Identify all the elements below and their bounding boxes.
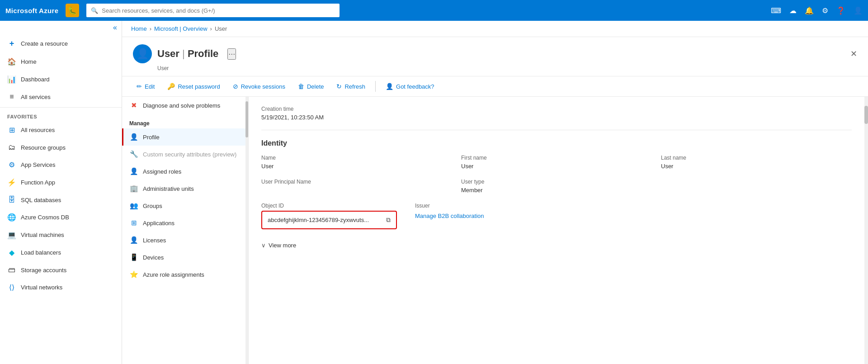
sidebar-label-all-services: All services <box>21 94 51 100</box>
sub-item-azure-role-assignments[interactable]: ⭐ Azure role assignments <box>122 266 248 283</box>
sidebar-label-home: Home <box>21 58 37 65</box>
sidebar-item-resource-groups[interactable]: 🗂 Resource groups <box>0 139 122 156</box>
breadcrumb-home[interactable]: Home <box>131 25 147 32</box>
search-bar[interactable]: 🔍 <box>86 4 340 17</box>
help-icon[interactable]: ❓ <box>836 6 845 15</box>
sub-panel-scrollbar[interactable] <box>245 97 248 364</box>
bug-icon-box: 🐛 <box>66 4 79 17</box>
user-type-label: User type <box>461 179 652 185</box>
plus-icon: + <box>7 39 16 48</box>
edit-label: Edit <box>145 83 155 90</box>
scrollbar-thumb-right <box>864 106 868 124</box>
sidebar-label-function-app: Function App <box>21 179 55 186</box>
sidebar-label-create-resource: Create a resource <box>21 40 68 47</box>
dashboard-icon: 📊 <box>7 75 16 84</box>
sidebar-item-virtual-machines[interactable]: 💻 Virtual machines <box>0 226 122 244</box>
sidebar-item-cosmos-db[interactable]: 🌐 Azure Cosmos DB <box>0 208 122 226</box>
sidebar-item-create-resource[interactable]: + Create a resource <box>0 34 122 53</box>
copy-object-id-button[interactable]: ⧉ <box>386 216 391 224</box>
azure-role-icon: ⭐ <box>129 270 138 279</box>
feedback-label: Got feedback? <box>396 83 434 90</box>
page-title: User | Profile <box>157 48 218 59</box>
refresh-button[interactable]: ↻ Refresh <box>331 80 371 93</box>
feedback-button[interactable]: 👤 Got feedback? <box>380 80 440 93</box>
view-more-label: View more <box>269 242 296 249</box>
sidebar-item-storage-accounts[interactable]: 🗃 Storage accounts <box>0 261 122 279</box>
sub-item-licenses[interactable]: 👤 Licenses <box>122 232 248 249</box>
sidebar-item-function-app[interactable]: ⚡ Function App <box>0 174 122 191</box>
sub-item-administrative-units[interactable]: 🏢 Administrative units <box>122 180 248 197</box>
breadcrumb-user: User <box>215 25 227 32</box>
sidebar-item-load-balancers[interactable]: ◆ Load balancers <box>0 244 122 261</box>
last-name-value: User <box>661 163 852 170</box>
revoke-label: Revoke sessions <box>241 83 285 90</box>
last-name-field: Last name User <box>661 155 852 170</box>
sub-item-devices[interactable]: 📱 Devices <box>122 249 248 266</box>
storage-icon: 🗃 <box>7 266 16 274</box>
detail-panel: Creation time 5/19/2021, 10:23:50 AM Ide… <box>249 97 864 364</box>
close-button[interactable]: ✕ <box>850 49 857 59</box>
scrollbar-thumb <box>245 101 248 137</box>
revoke-icon: ⊘ <box>233 83 238 90</box>
sub-item-groups[interactable]: 👥 Groups <box>122 197 248 214</box>
sub-item-applications[interactable]: ⊞ Applications <box>122 214 248 232</box>
terminal-icon[interactable]: ⌨ <box>771 6 781 15</box>
sidebar-label-cosmos-db: Azure Cosmos DB <box>21 214 69 221</box>
sidebar-item-all-services[interactable]: ≡ All services <box>0 88 122 105</box>
breadcrumb-overview[interactable]: Microsoft | Overview <box>154 25 208 32</box>
sub-item-profile[interactable]: 👤 Profile <box>122 128 248 146</box>
sidebar-item-virtual-networks[interactable]: ⟨⟩ Virtual networks <box>0 279 122 296</box>
sidebar-label-resource-groups: Resource groups <box>21 144 66 151</box>
sub-item-custom-security[interactable]: 🔧 Custom security attributes (preview) <box>122 146 248 163</box>
profile-sub-icon: 👤 <box>129 133 138 141</box>
sidebar-item-app-services[interactable]: ⚙ App Services <box>0 156 122 174</box>
sidebar-divider-1 <box>0 107 122 108</box>
page-header: 👤 User | Profile ··· ✕ User <box>122 37 868 76</box>
sidebar-item-sql-databases[interactable]: 🗄 SQL databases <box>0 191 122 208</box>
settings-icon[interactable]: ⚙ <box>822 6 828 15</box>
sub-item-devices-label: Devices <box>143 254 164 261</box>
upn-label: User Principal Name <box>261 179 452 185</box>
sub-item-azure-role-label: Azure role assignments <box>143 271 204 278</box>
user-type-field: User type Member <box>461 179 652 194</box>
sidebar-item-home[interactable]: 🏠 Home <box>0 53 122 71</box>
sub-item-diagnose[interactable]: ✖ Diagnose and solve problems <box>122 97 248 114</box>
all-services-icon: ≡ <box>7 93 16 101</box>
profile-icon[interactable]: 👤 <box>854 6 863 15</box>
user-large-icon: 👤 <box>137 48 149 60</box>
diagnose-icon: ✖ <box>129 101 138 109</box>
favorites-label: FAVORITES <box>0 109 122 121</box>
more-options-button[interactable]: ··· <box>227 48 236 60</box>
identity-name-row: Name User First name User Last name User <box>261 155 852 170</box>
first-name-value: User <box>461 163 652 170</box>
sub-item-assigned-roles-label: Assigned roles <box>143 168 181 175</box>
right-scrollbar[interactable] <box>864 97 868 364</box>
content-area: ✖ Diagnose and solve problems Manage 👤 P… <box>122 97 868 364</box>
breadcrumb-sep-2: › <box>210 25 212 32</box>
sub-section-manage: Manage <box>122 114 248 128</box>
delete-button[interactable]: 🗑 Delete <box>292 80 330 93</box>
search-input[interactable] <box>102 7 335 14</box>
custom-security-icon: 🔧 <box>129 150 138 158</box>
page-sub-label: User <box>133 65 857 71</box>
sidebar: « + Create a resource 🏠 Home 📊 Dashboard… <box>0 21 122 364</box>
page-subtitle-text: Profile <box>188 48 218 59</box>
view-more-button[interactable]: ∨ View more <box>261 238 852 252</box>
reset-password-button[interactable]: 🔑 Reset password <box>162 80 225 93</box>
manage-b2b-link[interactable]: Manage B2B collaboration <box>415 213 484 219</box>
sub-item-assigned-roles[interactable]: 👤 Assigned roles <box>122 163 248 180</box>
bug-icon: 🐛 <box>68 6 77 15</box>
notifications-icon[interactable]: 🔔 <box>805 6 814 15</box>
sidebar-collapse-button[interactable]: « <box>0 21 122 34</box>
sidebar-item-dashboard[interactable]: 📊 Dashboard <box>0 71 122 88</box>
upn-field: User Principal Name <box>261 179 452 194</box>
sidebar-item-all-resources[interactable]: ⊞ All resources <box>0 121 122 139</box>
cloud-shell-icon[interactable]: ☁ <box>789 6 797 15</box>
toolbar-separator <box>375 81 376 92</box>
sidebar-label-storage-accounts: Storage accounts <box>21 267 66 274</box>
edit-button[interactable]: ✏ Edit <box>131 80 160 93</box>
resource-groups-icon: 🗂 <box>7 143 16 151</box>
chevron-down-icon: ∨ <box>261 242 266 249</box>
revoke-sessions-button[interactable]: ⊘ Revoke sessions <box>227 80 291 93</box>
sub-item-profile-label: Profile <box>143 134 160 141</box>
